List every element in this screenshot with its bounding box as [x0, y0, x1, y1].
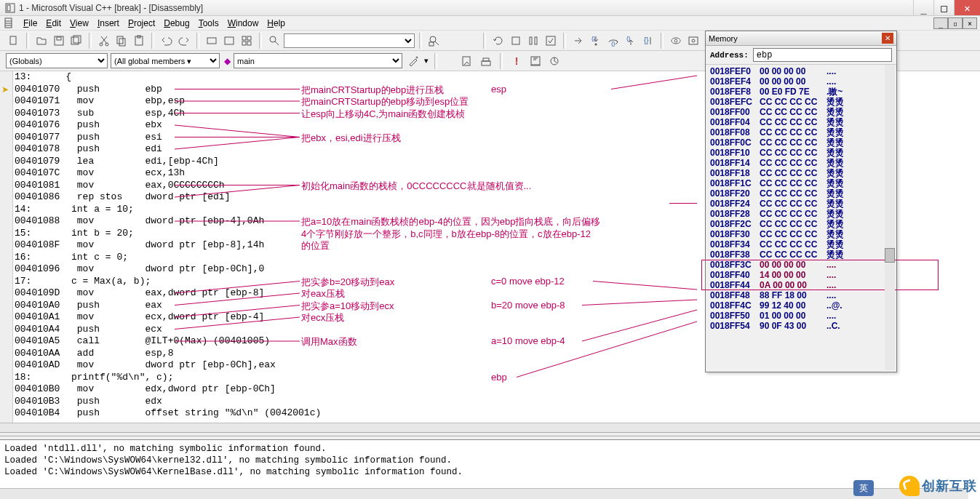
- memory-close-button[interactable]: ✕: [882, 33, 893, 44]
- members-combo[interactable]: (All global members ▾: [111, 53, 220, 68]
- svg-rect-18: [242, 41, 246, 45]
- memory-dump[interactable]: 0018FEF000 00 00 00....0018FEF400 00 00 …: [706, 65, 896, 332]
- execute-button[interactable]: [527, 53, 543, 69]
- memory-row: 0018FEF400 00 00 00....: [710, 76, 892, 87]
- stack-label: ebp: [491, 372, 507, 383]
- step-out-button[interactable]: {}: [623, 33, 639, 49]
- annotation-text: 把mainCRTStartup的ebp移动到esp位置: [301, 95, 469, 108]
- instruction-pointer-arrow: ➤: [1, 84, 9, 95]
- undo-button[interactable]: [159, 33, 175, 49]
- svg-rect-14: [207, 38, 216, 44]
- memory-row: 0018FF5001 00 00 00....: [710, 311, 892, 321]
- mdi-close-button[interactable]: ×: [963, 17, 977, 29]
- annotation-text: 把a=10放在main函数栈桢的ebp-4的位置，因为ebp指向栈底，向后偏移: [301, 215, 600, 228]
- memory-row: 0018FF5490 0F 43 00..C.: [710, 321, 892, 331]
- svg-text:{}: {}: [626, 35, 631, 41]
- apply-code-changes-button[interactable]: [543, 33, 559, 49]
- build-button[interactable]: [478, 53, 494, 69]
- memory-row: 0018FF30CC CC CC CC烫烫: [710, 229, 892, 239]
- window-list-button[interactable]: [239, 33, 255, 49]
- svg-text:{}: {}: [644, 36, 649, 44]
- scope-combo[interactable]: (Globals): [6, 53, 108, 68]
- restart-debug-button[interactable]: [490, 33, 506, 49]
- menu-file[interactable]: File: [19, 17, 41, 30]
- workspace-button[interactable]: [204, 33, 220, 49]
- run-to-cursor-button[interactable]: {}: [640, 33, 656, 49]
- menu-insert[interactable]: Insert: [93, 17, 124, 30]
- go-button[interactable]: [546, 53, 562, 69]
- menu-edit[interactable]: Edit: [41, 17, 65, 30]
- menu-help[interactable]: Help: [263, 17, 290, 30]
- tool-wizard-button[interactable]: [405, 53, 421, 69]
- svg-rect-11: [119, 39, 125, 46]
- step-into-button[interactable]: {}: [588, 33, 604, 49]
- svg-rect-46: [463, 57, 470, 65]
- svg-rect-16: [242, 36, 246, 40]
- memory-titlebar[interactable]: Memory ✕: [706, 31, 896, 46]
- cut-button[interactable]: [96, 33, 112, 49]
- step-over-button[interactable]: {}: [605, 33, 621, 49]
- window-minimize-button[interactable]: _: [913, 0, 933, 15]
- menu-project[interactable]: Project: [124, 17, 159, 30]
- memory-row: 0018FEF800 E0 FD 7E.嗷~: [710, 87, 892, 97]
- stop-build-button[interactable]: !: [509, 53, 525, 69]
- memory-row: 0018FF38CC CC CC CC烫烫: [710, 250, 892, 260]
- svg-rect-47: [482, 61, 490, 65]
- memory-scrollbar[interactable]: [885, 65, 895, 370]
- mdi-minimize-button[interactable]: _: [933, 17, 948, 29]
- window-close-button[interactable]: ✕: [954, 0, 980, 15]
- output-pane[interactable]: Loaded 'ntdll.dll', no matching symbolic…: [0, 439, 980, 499]
- menu-window[interactable]: Window: [223, 17, 263, 30]
- window-maximize-button[interactable]: □: [933, 0, 954, 15]
- memory-row: 0018FF08CC CC CC CC烫烫: [710, 127, 892, 137]
- output-hscrollbar[interactable]: [0, 488, 968, 499]
- mdi-restore-button[interactable]: ▫: [948, 17, 963, 29]
- memory-row: 0018FF10CC CC CC CC烫烫: [710, 148, 892, 158]
- paste-button[interactable]: [131, 33, 147, 49]
- window-title: 1 - Microsoft Visual C++ [break] - [Disa…: [19, 3, 913, 13]
- stop-debug-button[interactable]: [508, 33, 524, 49]
- annotation-text: 初始化main函数的栈桢，0CCCCCCCC就是随机值资...: [301, 180, 531, 193]
- redo-button[interactable]: [176, 33, 192, 49]
- memory-row: 0018FF00CC CC CC CC烫烫: [710, 107, 892, 117]
- new-file-button[interactable]: [6, 33, 22, 49]
- svg-rect-4: [55, 36, 63, 45]
- svg-rect-23: [512, 37, 519, 44]
- memory-row: 0018FF3C00 00 00 00....: [710, 260, 892, 270]
- svg-rect-3: [10, 36, 16, 44]
- memory-window[interactable]: Memory ✕ Address: 0018FEF000 00 00 00...…: [705, 31, 897, 372]
- memory-address-input[interactable]: [753, 48, 892, 62]
- find-button[interactable]: [266, 33, 282, 49]
- show-next-stmt-button[interactable]: [570, 33, 586, 49]
- annotation-text: 把实参b=20移动到eax: [301, 276, 394, 289]
- memory-row: 0018FF4014 00 00 00....: [710, 270, 892, 280]
- output-window-button[interactable]: [221, 33, 237, 49]
- function-combo[interactable]: main: [234, 53, 402, 68]
- save-button[interactable]: [51, 33, 67, 49]
- memory-row: 0018FF14CC CC CC CC烫烫: [710, 158, 892, 168]
- svg-rect-10: [117, 36, 123, 44]
- menu-debug[interactable]: Debug: [159, 17, 194, 30]
- compile-button[interactable]: [459, 53, 475, 69]
- menu-tools[interactable]: Tools: [194, 17, 223, 30]
- memory-row: 0018FF0CCC CC CC CC烫烫: [710, 137, 892, 148]
- svg-point-21: [430, 36, 436, 42]
- watch-button[interactable]: [685, 33, 701, 49]
- open-button[interactable]: [33, 33, 49, 49]
- find-combo[interactable]: [284, 33, 415, 48]
- break-button[interactable]: [525, 33, 541, 49]
- memory-row: 0018FF20CC CC CC CC烫烫: [710, 188, 892, 199]
- ime-badge[interactable]: 英: [853, 480, 874, 496]
- window-titlebar: 1 - Microsoft Visual C++ [break] - [Disa…: [0, 0, 980, 16]
- svg-point-45: [416, 57, 418, 58]
- svg-rect-17: [247, 36, 251, 40]
- memory-row: 0018FF4888 FF 18 00....: [710, 290, 892, 300]
- menu-view[interactable]: View: [65, 17, 93, 30]
- output-splitter[interactable]: [0, 432, 980, 436]
- find-in-files-button[interactable]: [426, 33, 442, 49]
- quickwatch-button[interactable]: [668, 33, 684, 49]
- stack-label: a=10 move ebp-4: [491, 335, 565, 346]
- svg-rect-48: [483, 58, 489, 61]
- copy-button[interactable]: [113, 33, 130, 49]
- save-all-button[interactable]: [68, 33, 84, 49]
